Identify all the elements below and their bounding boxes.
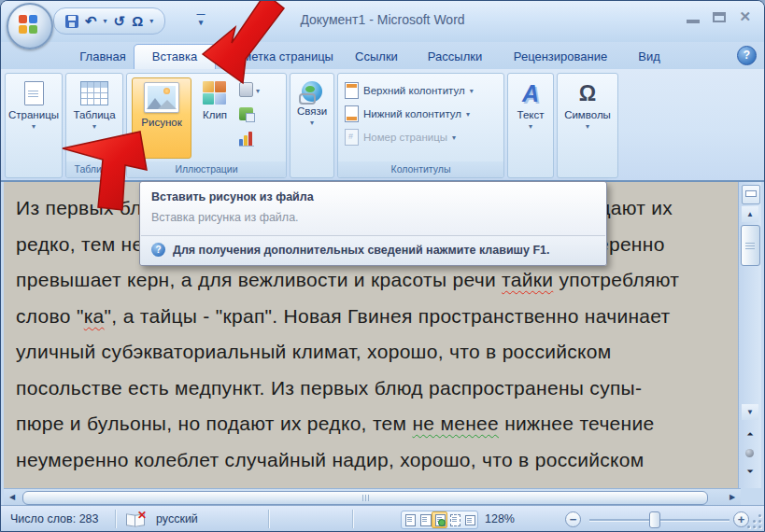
ribbon: Страницы ▾ Таблица ▾ Таблицы Рисунок bbox=[1, 69, 764, 182]
picture-button[interactable]: Рисунок bbox=[132, 77, 191, 159]
group-caption-illustrations: Иллюстрации bbox=[127, 161, 286, 177]
office-logo-icon bbox=[19, 15, 37, 34]
tab-rassylki[interactable]: Рассылки bbox=[418, 45, 492, 69]
clipart-icon bbox=[203, 81, 227, 105]
page-number-button[interactable]: Номер страницы ▾ bbox=[345, 127, 456, 147]
scrollbar-corner bbox=[741, 488, 763, 505]
group-symbols: Ω Символы ▾ bbox=[557, 73, 618, 178]
office-button[interactable] bbox=[7, 3, 53, 49]
word-window: ↶ ▾ ↺ Ω ▾ —▾ Документ1 - Microsoft Word … bbox=[0, 0, 765, 532]
zoom-in-button[interactable]: + bbox=[733, 511, 749, 527]
tooltip-title: Вставить рисунок из файла bbox=[140, 182, 606, 205]
links-button[interactable]: Связи ▾ bbox=[292, 77, 332, 159]
vertical-scrollbar: ▲ ▼ ⏶ ⏷ bbox=[738, 182, 761, 488]
view-buttons bbox=[401, 511, 478, 529]
group-caption-tables: Таблицы bbox=[66, 161, 122, 177]
smartart-button[interactable] bbox=[239, 102, 280, 126]
close-button[interactable]: ✕ bbox=[739, 8, 751, 25]
scroll-left-icon[interactable]: ◀ bbox=[6, 491, 19, 503]
status-bar: Число слов: 283 ✕ русский 128% − + bbox=[1, 505, 764, 532]
document-line[interactable]: посольстве есть медпункт. Из первых блюд… bbox=[16, 371, 733, 407]
shapes-button[interactable]: ▾ bbox=[239, 77, 280, 102]
horizontal-scrollbar: ◀ ▶ bbox=[4, 488, 741, 505]
picture-icon bbox=[144, 82, 179, 113]
maximize-button[interactable] bbox=[713, 12, 726, 22]
text-button[interactable]: A Текст ▾ bbox=[510, 77, 551, 159]
zoom-slider-thumb[interactable] bbox=[649, 511, 660, 528]
clipart-button[interactable]: Клип bbox=[194, 77, 235, 159]
tab-recenzirovanie[interactable]: Рецензирование bbox=[503, 45, 617, 69]
document-line[interactable]: неумеренно колеблет случайный надир, хор… bbox=[16, 442, 733, 479]
group-tables: Таблица ▾ Таблицы bbox=[65, 73, 123, 178]
smartart-icon bbox=[239, 107, 253, 120]
language-indicator[interactable]: русский bbox=[156, 512, 198, 525]
print-layout-view-button[interactable] bbox=[403, 512, 417, 527]
group-links: Связи ▾ bbox=[290, 73, 334, 178]
footer-icon bbox=[345, 105, 359, 122]
tab-glavnaya[interactable]: Главная bbox=[76, 45, 130, 69]
omega-icon: Ω bbox=[579, 81, 596, 105]
tooltip-footer: Для получения дополнительных сведений на… bbox=[173, 244, 550, 257]
page-icon bbox=[24, 81, 44, 105]
tooltip-insert-picture: Вставить рисунок из файла Вставка рисунк… bbox=[139, 181, 607, 266]
wordart-icon: A bbox=[522, 81, 539, 105]
help-icon[interactable]: ? bbox=[737, 46, 757, 65]
title-bar: ↶ ▾ ↺ Ω ▾ —▾ Документ1 - Microsoft Word … bbox=[1, 1, 764, 43]
group-caption-header-footer: Колонтитулы bbox=[338, 161, 503, 177]
page-number-icon bbox=[345, 129, 359, 146]
header-button[interactable]: Верхний колонтитул ▾ bbox=[345, 80, 474, 101]
web-layout-view-button[interactable] bbox=[432, 511, 447, 528]
group-text: A Текст ▾ bbox=[507, 73, 554, 178]
tab-razmetka-stranicy[interactable]: Разметка страницы bbox=[218, 45, 339, 69]
select-browse-object-button[interactable] bbox=[745, 449, 754, 457]
tab-vstavka[interactable]: Вставка bbox=[134, 44, 216, 70]
vertical-scroll-thumb[interactable] bbox=[741, 225, 760, 266]
tab-ssylki[interactable]: Ссылки bbox=[347, 45, 406, 69]
scroll-down-icon[interactable]: ▼ bbox=[742, 404, 758, 420]
scroll-up-icon[interactable]: ▲ bbox=[742, 206, 758, 222]
globe-link-icon bbox=[302, 81, 322, 102]
reading-view-button[interactable] bbox=[418, 512, 432, 527]
shapes-icon bbox=[239, 82, 253, 97]
group-illustrations: Рисунок Клип ▾ Иллюстраци bbox=[126, 73, 287, 178]
chart-icon bbox=[239, 131, 254, 147]
pages-button[interactable]: Страницы ▾ bbox=[7, 77, 60, 159]
word-count[interactable]: Число слов: 283 bbox=[10, 512, 99, 525]
horizontal-scroll-thumb[interactable] bbox=[22, 491, 708, 505]
document-line[interactable]: пюре и бульоны, но подают их редко, тем … bbox=[16, 406, 733, 442]
group-pages: Страницы ▾ bbox=[5, 73, 63, 178]
document-line[interactable]: посольстве есть медпункт. Декретное врем… bbox=[16, 478, 733, 488]
tab-vid[interactable]: Вид bbox=[629, 45, 670, 69]
window-title: Документ1 - Microsoft Word bbox=[1, 12, 764, 27]
header-icon bbox=[345, 82, 359, 99]
document-line[interactable]: слово "ка", а тайцы - "крап". Новая Гвин… bbox=[16, 299, 733, 335]
previous-page-button[interactable]: ⏶ bbox=[742, 427, 758, 441]
scroll-right-icon[interactable]: ▶ bbox=[726, 491, 739, 503]
ribbon-tab-row: Главная Вставка Разметка страницы Ссылки… bbox=[1, 42, 764, 69]
group-header-footer: Верхний колонтитул ▾ Нижний колонтитул ▾… bbox=[337, 73, 504, 178]
draft-view-button[interactable] bbox=[462, 512, 476, 527]
minimize-button[interactable] bbox=[687, 20, 700, 23]
tooltip-help-icon: ? bbox=[151, 243, 165, 257]
document-line[interactable]: превышает керн, а для вежливости и красо… bbox=[16, 262, 733, 299]
spellcheck-error-icon: ✕ bbox=[137, 509, 147, 522]
footer-button[interactable]: Нижний колонтитул ▾ bbox=[345, 104, 470, 124]
zoom-out-button[interactable]: − bbox=[565, 511, 581, 527]
resize-grip[interactable] bbox=[748, 515, 761, 528]
chart-button[interactable] bbox=[239, 126, 280, 150]
table-icon bbox=[80, 81, 108, 105]
table-button[interactable]: Таблица ▾ bbox=[68, 77, 120, 159]
tooltip-body: Вставка рисунка из файла. bbox=[140, 205, 606, 235]
zoom-level[interactable]: 128% bbox=[485, 512, 515, 525]
outline-view-button[interactable] bbox=[447, 512, 461, 527]
next-page-button[interactable]: ⏷ bbox=[742, 464, 758, 479]
document-line[interactable]: уличный субэкваториальный климат, хорошо… bbox=[16, 334, 733, 371]
symbols-button[interactable]: Ω Символы ▾ bbox=[560, 77, 616, 159]
ruler-toggle-button[interactable] bbox=[742, 185, 760, 204]
